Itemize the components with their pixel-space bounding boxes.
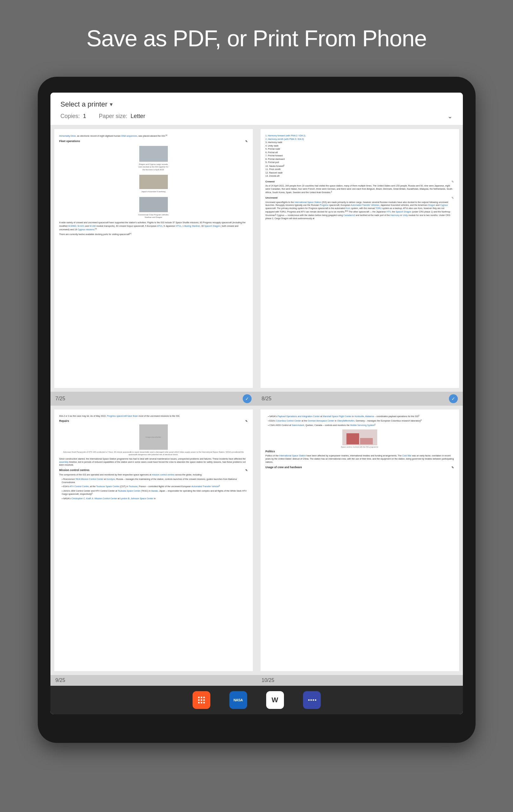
page-7-content: Immortality Drive, an electronic record … [54,129,253,388]
paper-size-value[interactable]: Letter [131,113,145,120]
svg-rect-5 [203,699,205,701]
page-title: Save as PDF, or Print From Phone [86,25,426,51]
page-8-wrapper: 1. Harmony forward (with PMA 2 / IDA 2) … [257,125,463,406]
page-7-footer: 7/25 ✓ [51,392,257,406]
page-7-number: 7/25 [56,396,65,402]
svg-rect-2 [203,697,205,698]
nav-wikipedia-button[interactable]: W [266,691,284,709]
select-printer-label: Select a printer [61,100,108,109]
nav-apps-button[interactable] [193,691,210,709]
page-8-content: 1. Harmony forward (with PMA 2 / IDA 2) … [260,129,459,388]
nav-nasa-button[interactable]: NASA [229,691,247,709]
page-8-check[interactable]: ✓ [449,394,458,403]
expand-button[interactable]: ⌄ [447,112,453,120]
page-8-footer: 8/25 ✓ [257,392,463,406]
copies-value[interactable]: 1 [83,113,86,120]
svg-rect-4 [200,699,202,701]
paper-size-label: Paper size: [99,113,127,120]
svg-rect-7 [200,702,202,703]
bottom-pages-row: IDA-2 or 3 as the case may be. As of May… [51,406,463,686]
bottom-nav-bar: NASA W [51,686,463,714]
svg-point-9 [308,699,310,701]
page-7-check[interactable]: ✓ [243,394,252,403]
tablet-screen: Select a printer ▾ Copies: 1 Paper size:… [51,93,463,714]
svg-point-12 [315,699,316,701]
page-10-wrapper: • NASA's Payload Operations and Integrat… [257,406,463,686]
printer-dropdown-arrow[interactable]: ▾ [110,101,113,108]
svg-rect-3 [198,699,200,701]
svg-point-11 [313,699,314,701]
svg-point-10 [310,699,312,701]
svg-rect-6 [198,702,200,703]
top-pages-row: Immortality Drive, an electronic record … [51,125,463,406]
page-10-number: 10/25 [262,677,275,683]
tablet-frame: Select a printer ▾ Copies: 1 Paper size:… [38,77,476,743]
page-9-wrapper: IDA-2 or 3 as the case may be. As of May… [51,406,257,686]
page-10-footer: 10/25 [257,675,463,686]
copies-label: Copies: [61,113,80,120]
page-9-footer: 9/25 [51,675,257,686]
page-7-wrapper: Immortality Drive, an electronic record … [51,125,257,406]
svg-rect-0 [198,697,200,698]
svg-rect-1 [200,697,202,698]
print-header: Select a printer ▾ Copies: 1 Paper size:… [51,93,463,125]
page-9-number: 9/25 [56,677,65,683]
page-10-content: • NASA's Payload Operations and Integrat… [260,409,459,671]
nav-more-button[interactable] [303,691,321,709]
page-8-number: 8/25 [262,396,272,402]
svg-rect-8 [203,702,205,703]
page-9-content: IDA-2 or 3 as the case may be. As of May… [54,409,253,671]
